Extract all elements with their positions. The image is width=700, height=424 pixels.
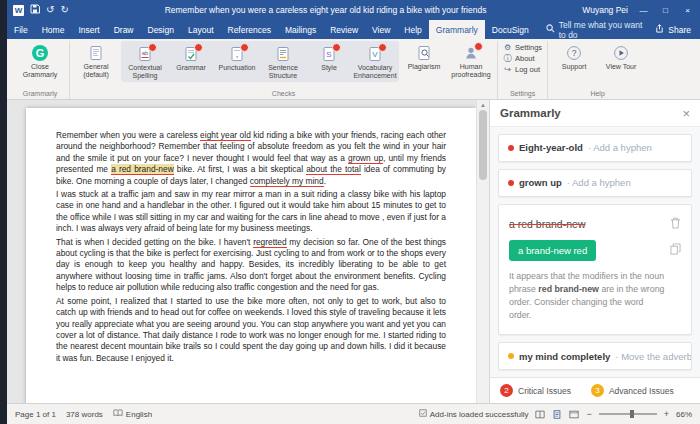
ribbon-button-plagiarism[interactable]: Plagiarism bbox=[401, 41, 447, 72]
tab-view[interactable]: View bbox=[365, 20, 397, 39]
ribbon-button-view-tour[interactable]: View Tour bbox=[598, 41, 644, 72]
ribbon-button-vocabulary-enhancement[interactable]: VVocabulary Enhancement bbox=[352, 42, 398, 81]
share-button[interactable]: Share bbox=[646, 20, 700, 39]
flagged-text[interactable]: eight year old bbox=[200, 130, 251, 141]
ribbon-tab-row: FileHomeInsertDrawDesignLayoutReferences… bbox=[7, 20, 700, 39]
save-icon[interactable] bbox=[30, 4, 40, 16]
ribbon-button-close-grammarly[interactable]: GClose Grammarly bbox=[14, 41, 66, 80]
scrollbar-thumb[interactable] bbox=[479, 110, 487, 180]
ribbon-button-human-proofreading[interactable]: Human proofreading bbox=[448, 41, 494, 80]
original-text: a red brand-new bbox=[509, 218, 585, 230]
tab-mailings[interactable]: Mailings bbox=[278, 20, 323, 39]
menu-item-settings[interactable]: ⚙Settings bbox=[503, 43, 542, 52]
share-icon bbox=[655, 24, 664, 35]
tell-me-search[interactable]: Tell me what you want to do bbox=[546, 20, 647, 39]
ribbon-button-grammar[interactable]: Grammar bbox=[168, 42, 214, 81]
card-phrase: grown up bbox=[519, 177, 562, 188]
web-layout-view-icon[interactable] bbox=[569, 410, 579, 419]
tab-references[interactable]: References bbox=[221, 20, 278, 39]
suggestion-card-eight-year-old[interactable]: Eight-year-old· Add a hyphen bbox=[498, 134, 692, 162]
tab-draw[interactable]: Draw bbox=[107, 20, 141, 39]
tab-layout[interactable]: Layout bbox=[181, 20, 221, 39]
panel-close-icon[interactable]: × bbox=[682, 106, 690, 121]
ribbon-group-settings: ⚙SettingsⓘAbout↪Log outSettings bbox=[498, 41, 548, 99]
word-logo-icon[interactable]: W bbox=[13, 5, 24, 16]
ribbon-button-label: Close Grammarly bbox=[15, 63, 65, 79]
logout-icon: ↪ bbox=[503, 66, 512, 74]
card-phrase: my mind completely bbox=[519, 351, 610, 362]
flagged-text[interactable]: grown up bbox=[348, 153, 383, 164]
document-scrollbar[interactable]: ▲ bbox=[476, 100, 489, 403]
dismiss-suggestion-trash-icon[interactable] bbox=[670, 217, 681, 231]
active-suggestion-text[interactable]: a red brand-new bbox=[111, 164, 174, 175]
document-title: Remember when you were a careless eight … bbox=[69, 5, 583, 15]
document-page[interactable]: Remember when you were a careless eight … bbox=[26, 108, 476, 403]
scroll-up-icon[interactable]: ▲ bbox=[480, 100, 486, 110]
critical-count-badge[interactable]: 2 bbox=[500, 384, 513, 397]
tab-home[interactable]: Home bbox=[35, 20, 72, 39]
restore-icon[interactable]: □ bbox=[659, 6, 672, 15]
redo-icon[interactable]: ↻ bbox=[60, 5, 68, 15]
zoom-slider[interactable] bbox=[599, 413, 657, 415]
apply-suggestion-button[interactable]: a brand-new red bbox=[509, 240, 596, 261]
user-name[interactable]: Wuyang Pei bbox=[582, 5, 628, 15]
status-bar: Page 1 of 1 378 words English Add-ins lo… bbox=[7, 403, 700, 424]
alert-count-badge bbox=[194, 43, 203, 52]
body-text: bike. At first, I was a bit skeptical bbox=[174, 164, 306, 174]
contextual-spelling-icon: ab bbox=[137, 45, 154, 62]
ribbon-button-label: Human proofreading bbox=[449, 63, 493, 79]
ribbon-button-style[interactable]: SStyle bbox=[306, 42, 352, 81]
share-label: Share bbox=[668, 25, 691, 35]
tab-review[interactable]: Review bbox=[323, 20, 365, 39]
punctuation-check-icon: , bbox=[229, 45, 246, 62]
tab-grammarly[interactable]: Grammarly bbox=[429, 20, 485, 39]
ribbon-button-punctuation[interactable]: ,Punctuation bbox=[214, 42, 260, 81]
page-indicator[interactable]: Page 1 of 1 bbox=[15, 410, 56, 419]
minimize-icon[interactable]: — bbox=[637, 6, 650, 15]
alert-count-badge bbox=[148, 43, 157, 52]
zoom-in-button[interactable]: + bbox=[664, 409, 669, 419]
svg-text:?: ? bbox=[572, 48, 577, 58]
card-phrase: Eight-year-old bbox=[519, 142, 583, 153]
ribbon: GClose GrammarlyGrammarlyGeneral (defaul… bbox=[7, 39, 700, 100]
alert-count-badge bbox=[240, 43, 249, 52]
zoom-slider-thumb[interactable] bbox=[630, 410, 634, 418]
menu-item-label: About bbox=[515, 54, 535, 63]
language-indicator[interactable]: English bbox=[113, 409, 152, 419]
advanced-count-badge[interactable]: 3 bbox=[591, 384, 604, 397]
ribbon-button-general-default[interactable]: General (default) bbox=[73, 41, 119, 80]
suggestion-card-grown-up[interactable]: grown up· Add a hyphen bbox=[498, 169, 692, 197]
card-hint: · Move the adverb bbox=[615, 351, 692, 362]
document-area: Remember when you were a careless eight … bbox=[7, 100, 476, 403]
flagged-text[interactable]: regretted bbox=[253, 237, 287, 248]
ribbon-button-sentence-structure[interactable]: Sentence Structure bbox=[260, 42, 306, 81]
main-content: Remember when you were a careless eight … bbox=[7, 100, 700, 403]
close-icon[interactable]: × bbox=[681, 6, 694, 15]
menu-item-log-out[interactable]: ↪Log out bbox=[503, 65, 542, 74]
ribbon-button-support[interactable]: ?Support bbox=[551, 41, 597, 72]
undo-icon[interactable]: ↺ bbox=[46, 5, 54, 15]
tab-help[interactable]: Help bbox=[397, 20, 428, 39]
ribbon-button-label: Support bbox=[562, 63, 587, 71]
tab-insert[interactable]: Insert bbox=[71, 20, 106, 39]
flagged-text[interactable]: completely my mind bbox=[250, 176, 324, 187]
read-mode-view-icon[interactable] bbox=[535, 410, 545, 419]
flagged-text[interactable]: about the total bbox=[306, 164, 361, 175]
ribbon-button-label: View Tour bbox=[606, 63, 636, 71]
tab-file[interactable]: File bbox=[7, 20, 35, 39]
zoom-out-button[interactable]: − bbox=[586, 409, 591, 419]
panel-footer: 2 Critical Issues 3 Advanced Issues bbox=[490, 377, 700, 403]
copy-icon[interactable] bbox=[670, 243, 681, 257]
advanced-issues-label[interactable]: Advanced Issues bbox=[609, 386, 674, 396]
word-count[interactable]: 378 words bbox=[66, 410, 103, 419]
critical-issues-label[interactable]: Critical Issues bbox=[518, 386, 571, 396]
zoom-level[interactable]: 66% bbox=[676, 410, 692, 419]
print-layout-view-icon[interactable] bbox=[552, 410, 562, 419]
tab-design[interactable]: Design bbox=[141, 20, 181, 39]
tab-docusign[interactable]: DocuSign bbox=[485, 20, 536, 39]
suggestion-card-my-mind-completely[interactable]: my mind completely· Move the adverb bbox=[498, 342, 692, 370]
menu-item-about[interactable]: ⓘAbout bbox=[503, 54, 542, 63]
ribbon-button-contextual-spelling[interactable]: abContextual Spelling bbox=[122, 42, 168, 81]
panel-header: Grammarly × bbox=[490, 100, 700, 127]
enabled-checks-box: abContextual SpellingGrammar,Punctuation… bbox=[121, 41, 399, 82]
